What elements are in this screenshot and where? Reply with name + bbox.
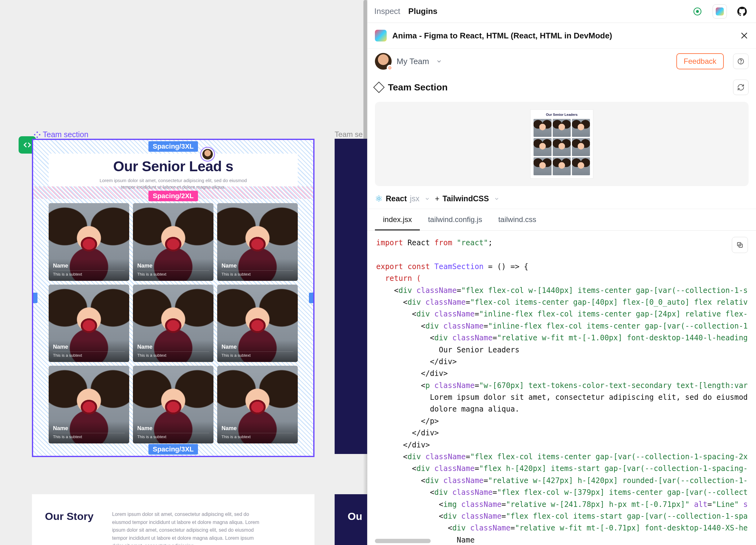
code-scroll[interactable]: import React from "react"; export const … [367, 231, 756, 545]
spacing-badge-left[interactable]: ...XL [32, 292, 37, 303]
team-card[interactable]: NameThis is a subtext [49, 284, 129, 362]
story-body: Lorem ipsum dolor sit amet, consectetur … [112, 510, 261, 545]
devmode-tabbar: Inspect Plugins [367, 0, 756, 23]
circle-check-icon [693, 7, 702, 16]
anima-plugin-chip[interactable] [713, 4, 727, 19]
plugin-title: Anima - Figma to React, HTML (React, HTM… [392, 31, 612, 41]
chevron-down-icon[interactable] [424, 196, 430, 202]
team-selector-row: ⚙ My Team Feedback [367, 49, 756, 74]
selected-frame[interactable]: Spacing/3XL Spacing/2XL ...XL ...XL Spac… [32, 139, 314, 457]
github-icon [737, 7, 747, 16]
figma-canvas[interactable]: Team section Team se Spacing/3XL Spacing… [0, 0, 367, 545]
help-icon [737, 58, 745, 65]
tab-inspect[interactable]: Inspect [374, 7, 400, 16]
team-card[interactable]: NameThis is a subtext [133, 366, 213, 443]
team-card[interactable]: NameThis is a subtext [133, 203, 213, 281]
plugin-titlebar: Anima - Figma to React, HTML (React, HTM… [367, 23, 756, 49]
team-name[interactable]: My Team [397, 57, 429, 66]
team-card[interactable]: NameThis is a subtext [217, 203, 298, 281]
file-tab-tailwind-css[interactable]: tailwind.css [490, 209, 544, 231]
spacing-badge-mid[interactable]: Spacing/2XL [148, 191, 198, 201]
team-card[interactable]: NameThis is a subtext [217, 284, 298, 362]
refresh-button[interactable] [733, 80, 749, 95]
frame-label[interactable]: Team section [33, 130, 88, 139]
adjacent-dark-frame[interactable] [335, 139, 367, 454]
user-avatar[interactable]: ⚙ [375, 53, 392, 70]
component-preview: Our Senior Leaders [375, 102, 749, 186]
copy-code-button[interactable] [732, 237, 748, 253]
react-icon: ⚛ [375, 194, 383, 204]
copy-icon [736, 241, 744, 249]
file-tab-index[interactable]: index.jsx [375, 209, 420, 231]
code-viewer: import React from "react"; export const … [367, 231, 756, 545]
frame-icon [373, 82, 385, 93]
team-card[interactable]: NameThis is a subtext [49, 366, 129, 443]
help-button[interactable] [733, 54, 749, 69]
anima-logo-icon [716, 7, 724, 15]
svg-rect-3 [39, 134, 41, 136]
heading-text: Our Senior Lead s [49, 158, 298, 175]
code-content[interactable]: import React from "react"; export const … [376, 237, 747, 545]
chevron-down-icon[interactable] [494, 196, 499, 202]
chevron-down-icon[interactable] [436, 58, 442, 64]
file-tabs: index.jsx tailwind.config.js tailwind.cs… [367, 209, 756, 231]
svg-rect-1 [36, 136, 38, 138]
heading-subtext: Lorem ipsum dolor sit amet, consectetur … [93, 177, 254, 190]
story-frame-dark[interactable]: Ou [335, 494, 367, 545]
refresh-icon [737, 84, 745, 91]
collaborator-cursor-avatar [200, 147, 215, 162]
preview-thumbnail[interactable]: Our Senior Leaders [530, 109, 593, 179]
framework-selector[interactable]: ⚛ React jsx + TailwindCSS [367, 189, 756, 209]
team-card[interactable]: NameThis is a subtext [49, 203, 129, 281]
section-title: Team Section [388, 82, 448, 93]
tab-plugins[interactable]: Plugins [408, 7, 437, 16]
file-tab-tailwind-config[interactable]: tailwind.config.js [420, 209, 490, 231]
frame-label-text: Team section [43, 130, 88, 139]
team-card[interactable]: NameThis is a subtext [217, 366, 298, 443]
heading-block: Our Senior Lead s Lorem ipsum dolor sit … [49, 154, 298, 187]
feedback-button[interactable]: Feedback [676, 53, 724, 69]
gear-icon: ⚙ [387, 65, 393, 71]
spacing-badge-top[interactable]: Spacing/3XL [148, 141, 198, 152]
code-horizontal-scrollbar[interactable] [375, 539, 749, 543]
frame-label-adjacent[interactable]: Team se [335, 130, 363, 139]
svg-rect-0 [36, 131, 38, 133]
story-frame[interactable]: Our Story Lorem ipsum dolor sit amet, co… [32, 494, 314, 545]
team-grid: NameThis is a subtext NameThis is a subt… [49, 203, 298, 443]
close-button[interactable] [740, 31, 749, 40]
code-icon [23, 140, 32, 150]
devmode-panel: Inspect Plugins Anima - Figma to React, … [367, 0, 756, 545]
story-heading: Our Story [45, 510, 94, 545]
svg-rect-2 [34, 134, 36, 136]
team-card[interactable]: NameThis is a subtext [133, 284, 213, 362]
spacing-badge-bottom[interactable]: Spacing/3XL [148, 444, 198, 455]
svg-point-5 [696, 10, 699, 13]
section-header-row: Team Section [367, 74, 756, 101]
status-icon[interactable] [690, 4, 705, 19]
github-chip[interactable] [735, 4, 749, 19]
preview-heading: Our Senior Leaders [534, 113, 590, 117]
spacing-badge-right[interactable]: ...XL [309, 292, 314, 303]
close-icon [740, 31, 749, 40]
anima-logo-icon [375, 30, 387, 42]
